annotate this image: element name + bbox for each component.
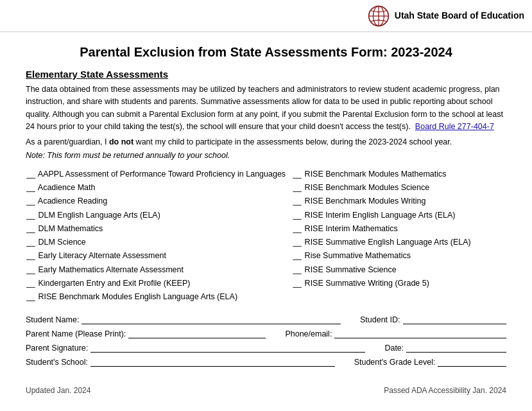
main-content: Parental Exclusion from State Assessment… — [0, 32, 532, 367]
list-item: __ DLM English Language Arts (ELA) — [26, 209, 286, 222]
student-name-field[interactable] — [82, 314, 341, 324]
description-text: The data obtained from these assessments… — [26, 83, 506, 134]
note-text: Note: This form must be returned annuall… — [26, 151, 506, 160]
list-item: __ RISE Interim English Language Arts (E… — [292, 209, 506, 222]
assessments-left-col: __ AAPPL Assessment of Performance Towar… — [26, 168, 286, 304]
parent-signature-field[interactable] — [90, 342, 365, 353]
student-name-row: Student Name: Student ID: — [26, 314, 506, 324]
parent-name-field[interactable] — [128, 328, 266, 338]
form-section: Student Name: Student ID: Parent Name (P… — [26, 314, 506, 367]
school-row: Student's School: Student's Grade Level: — [26, 356, 506, 367]
list-item: __ RISE Benchmark Modules Mathematics — [292, 168, 506, 181]
grade-level-label: Student's Grade Level: — [354, 358, 436, 367]
assessment-list: __ AAPPL Assessment of Performance Towar… — [26, 168, 506, 304]
list-item: __ Early Literacy Alternate Assessment — [26, 249, 286, 263]
parent-signature-label: Parent Signature: — [26, 344, 88, 353]
parent-statement: As a parent/guardian, I do not want my c… — [26, 136, 506, 148]
list-item: __ RISE Summative Science — [292, 263, 506, 277]
ada-label: Passed ADA Accessibility Jan. 2024 — [384, 386, 506, 395]
list-item: __ Early Mathematics Alternate Assessmen… — [26, 263, 286, 277]
list-item: __ Acadience Math — [26, 181, 286, 195]
list-item: __ RISE Summative Writing (Grade 5) — [292, 277, 506, 290]
footer: Updated Jan. 2024 Passed ADA Accessibili… — [0, 373, 532, 401]
board-rule-link[interactable]: Board Rule 277-404-7 — [415, 122, 494, 131]
parent-name-row: Parent Name (Please Print): Phone/email: — [26, 328, 506, 338]
phone-email-label: Phone/email: — [285, 329, 332, 338]
list-item: __ Acadience Reading — [26, 195, 286, 208]
list-item: __ RISE Interim Mathematics — [292, 222, 506, 236]
list-item: __ RISE Benchmark Modules English Langua… — [26, 290, 286, 304]
date-field[interactable] — [406, 342, 506, 353]
updated-label: Updated Jan. 2024 — [26, 386, 90, 395]
list-item: __ RISE Summative English Language Arts … — [292, 236, 506, 249]
student-id-label: Student ID: — [360, 315, 400, 324]
page-title: Parental Exclusion from State Assessment… — [26, 45, 506, 60]
student-name-label: Student Name: — [26, 315, 79, 324]
brand: Utah State Board of Education — [368, 5, 524, 27]
students-school-label: Student's School: — [26, 358, 88, 367]
org-name: Utah State Board of Education — [395, 10, 524, 21]
list-item: __ Kindergarten Entry and Exit Profile (… — [26, 277, 286, 290]
date-label: Date: — [384, 344, 404, 353]
list-item: __ RISE Benchmark Modules Writing — [292, 195, 506, 208]
phone-email-field[interactable] — [334, 328, 506, 338]
school-field[interactable] — [90, 356, 335, 367]
student-id-field[interactable] — [403, 314, 506, 324]
list-item: __ DLM Mathematics — [26, 222, 286, 236]
assessments-right-col: __ RISE Benchmark Modules Mathematics __… — [292, 168, 506, 304]
section-title: Elementary State Assessments — [26, 69, 506, 80]
list-item: __ RISE Benchmark Modules Science — [292, 181, 506, 195]
list-item: __ DLM Science — [26, 236, 286, 249]
usbe-logo-icon — [368, 5, 390, 27]
list-item: __ Rise Summative Mathematics — [292, 249, 506, 263]
list-item: __ AAPPL Assessment of Performance Towar… — [26, 168, 286, 181]
signature-row: Parent Signature: Date: — [26, 342, 506, 353]
grade-level-field[interactable] — [438, 356, 506, 367]
parent-name-label: Parent Name (Please Print): — [26, 329, 126, 338]
header: Utah State Board of Education — [0, 0, 532, 32]
